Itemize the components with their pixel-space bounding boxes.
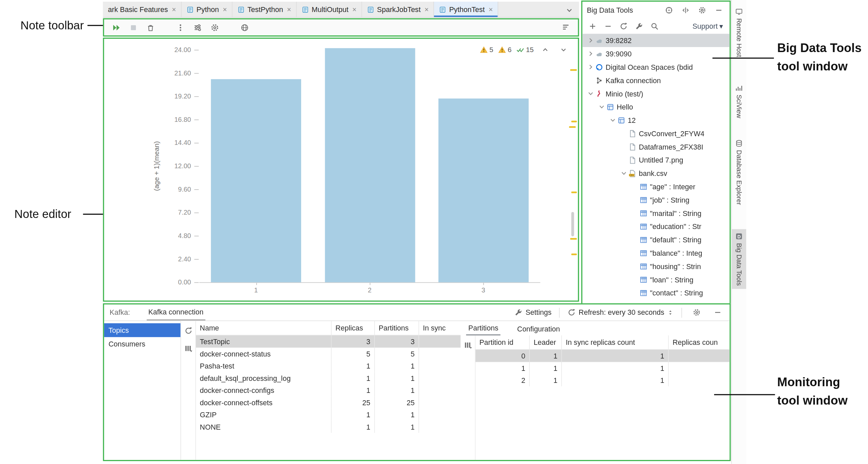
tree-row-3[interactable]: Kafka connection bbox=[582, 74, 730, 87]
tree-row-18[interactable]: "loan" : String bbox=[582, 273, 730, 286]
gear-button[interactable] bbox=[690, 306, 703, 318]
tab-partitions[interactable]: Partitions bbox=[466, 321, 500, 335]
wrench-button[interactable] bbox=[632, 20, 646, 32]
editor-tab-5[interactable]: PythonTest× bbox=[434, 2, 498, 17]
inspection-badge[interactable]: 6 bbox=[498, 46, 512, 54]
chevron-down-icon[interactable] bbox=[597, 103, 606, 111]
refresh-button[interactable] bbox=[617, 20, 630, 32]
chevron-right-icon[interactable] bbox=[586, 63, 595, 71]
settings-button[interactable]: Settings bbox=[515, 308, 552, 317]
tree-row-8[interactable]: Dataframes_2FX38I bbox=[582, 140, 730, 154]
table-row[interactable]: Pasha-test11 bbox=[196, 360, 461, 372]
sliders-button[interactable] bbox=[191, 21, 204, 33]
minus-button[interactable] bbox=[601, 20, 615, 32]
chev-up-button[interactable] bbox=[538, 44, 552, 56]
stripe-item-remote-host[interactable]: Remote Host bbox=[732, 4, 746, 60]
column-header[interactable]: Replicas coun bbox=[669, 336, 730, 349]
chevron-down-icon[interactable] bbox=[586, 90, 595, 97]
chev-down-button[interactable] bbox=[557, 44, 570, 56]
kafka-connection-tab[interactable]: Kafka connection bbox=[147, 304, 205, 320]
error-stripe-mark[interactable] bbox=[571, 192, 577, 193]
minimize-button[interactable] bbox=[712, 4, 725, 16]
globe-button[interactable] bbox=[238, 21, 251, 33]
compass-button[interactable] bbox=[662, 4, 675, 16]
chevron-down-icon[interactable] bbox=[619, 169, 628, 177]
table-row[interactable]: docker-connect-offsets2525 bbox=[196, 396, 461, 408]
column-header[interactable]: In sync replicas count bbox=[562, 336, 669, 349]
editor-tab-0[interactable]: ark Basic Features× bbox=[103, 2, 181, 17]
chevron-right-icon[interactable] bbox=[586, 36, 595, 44]
column-header[interactable]: Leader bbox=[530, 336, 562, 349]
run-all-button[interactable] bbox=[110, 21, 123, 33]
gear-button[interactable] bbox=[695, 4, 709, 16]
tree-row-16[interactable]: "balance" : Integ bbox=[582, 246, 730, 260]
chevron-right-icon[interactable] bbox=[586, 50, 595, 57]
table-row[interactable]: TestTopic33 bbox=[196, 336, 461, 347]
tree-row-6[interactable]: 12 bbox=[582, 114, 730, 127]
error-stripe-mark[interactable] bbox=[570, 69, 577, 71]
trash-button[interactable] bbox=[144, 21, 157, 33]
inspection-badge[interactable]: 15 bbox=[517, 46, 533, 54]
tree-row-10[interactable]: CSVbank.csv bbox=[582, 166, 730, 180]
minimize-button[interactable] bbox=[711, 306, 724, 318]
support-dropdown[interactable]: Support▾ bbox=[692, 22, 723, 30]
nav-item-consumers[interactable]: Consumers bbox=[104, 337, 181, 351]
more-vert-button[interactable] bbox=[174, 21, 187, 33]
table-row[interactable]: 211 bbox=[475, 374, 730, 386]
editor-tab-4[interactable]: SparkJobTest× bbox=[362, 2, 434, 17]
error-stripe-mark[interactable] bbox=[571, 253, 577, 255]
table-row[interactable]: GZIP11 bbox=[196, 409, 461, 421]
error-stripe-mark[interactable] bbox=[569, 126, 576, 128]
table-row[interactable]: docker-connect-status55 bbox=[196, 347, 461, 360]
column-header[interactable]: In sync bbox=[419, 321, 460, 335]
tree-row-19[interactable]: "contact" : String bbox=[582, 286, 730, 300]
search-button[interactable] bbox=[648, 20, 661, 32]
stripe-item-sciview[interactable]: SciView bbox=[732, 81, 746, 122]
table-row[interactable]: NONE11 bbox=[196, 421, 461, 433]
error-stripe-mark[interactable] bbox=[570, 238, 577, 240]
tree-row-5[interactable]: Hello bbox=[582, 100, 730, 114]
tab-close-icon[interactable]: × bbox=[352, 5, 356, 14]
columns-button[interactable] bbox=[461, 339, 474, 351]
tab-close-icon[interactable]: × bbox=[489, 5, 493, 14]
tree-row-12[interactable]: "job" : String bbox=[582, 193, 730, 207]
column-header[interactable]: Replicas bbox=[332, 321, 375, 335]
sort-button[interactable] bbox=[559, 21, 572, 33]
refresh-button[interactable] bbox=[182, 324, 195, 337]
editor-tab-2[interactable]: TestPython× bbox=[233, 2, 297, 17]
editor-tab-1[interactable]: Python× bbox=[182, 2, 233, 17]
stripe-item-database-explorer[interactable]: Database Explorer bbox=[732, 136, 746, 208]
table-row[interactable]: docker-connect-configs11 bbox=[196, 384, 461, 396]
column-header[interactable]: Name bbox=[196, 321, 332, 335]
tree-row-14[interactable]: "education" : Str bbox=[582, 220, 730, 233]
tab-close-icon[interactable]: × bbox=[424, 5, 429, 14]
tree-row-2[interactable]: Digital Ocean Spaces (bdid bbox=[582, 60, 730, 74]
tree-row-15[interactable]: "default" : String bbox=[582, 233, 730, 246]
tab-close-icon[interactable]: × bbox=[223, 5, 227, 14]
tree-row-4[interactable]: Minio (test/) bbox=[582, 87, 730, 100]
tab-close-icon[interactable]: × bbox=[287, 5, 291, 14]
editor-tab-3[interactable]: MultiOutput× bbox=[297, 2, 362, 17]
nav-item-topics[interactable]: Topics bbox=[104, 323, 181, 337]
plus-button[interactable] bbox=[586, 20, 599, 32]
table-row[interactable]: 111 bbox=[475, 362, 730, 374]
tab-close-icon[interactable]: × bbox=[172, 5, 176, 14]
tree-row-11[interactable]: "age" : Integer bbox=[582, 180, 730, 193]
tree-row-17[interactable]: "housing" : Strin bbox=[582, 260, 730, 273]
table-row[interactable]: default_ksql_processing_log11 bbox=[196, 372, 461, 384]
scrollbar-thumb[interactable] bbox=[571, 212, 574, 236]
error-stripe-mark[interactable] bbox=[571, 121, 577, 122]
tree-row-9[interactable]: Untitled 7.png bbox=[582, 153, 730, 166]
columns-button[interactable] bbox=[182, 342, 195, 354]
column-header[interactable]: Partition id bbox=[475, 336, 529, 349]
stop-button[interactable] bbox=[127, 21, 140, 33]
tab-configuration[interactable]: Configuration bbox=[515, 323, 562, 336]
tree-row-1[interactable]: 39:9090 bbox=[582, 47, 730, 60]
split-button[interactable] bbox=[679, 4, 692, 16]
stripe-item-big-data-tools[interactable]: DBig Data Tools bbox=[732, 229, 746, 289]
gear-button[interactable] bbox=[208, 21, 221, 33]
table-row[interactable]: 011 bbox=[475, 350, 730, 362]
tree-row-7[interactable]: CsvConvert_2FYW4 bbox=[582, 127, 730, 140]
inspection-badge[interactable]: 5 bbox=[480, 46, 493, 54]
column-header[interactable]: Partitions bbox=[375, 321, 419, 335]
